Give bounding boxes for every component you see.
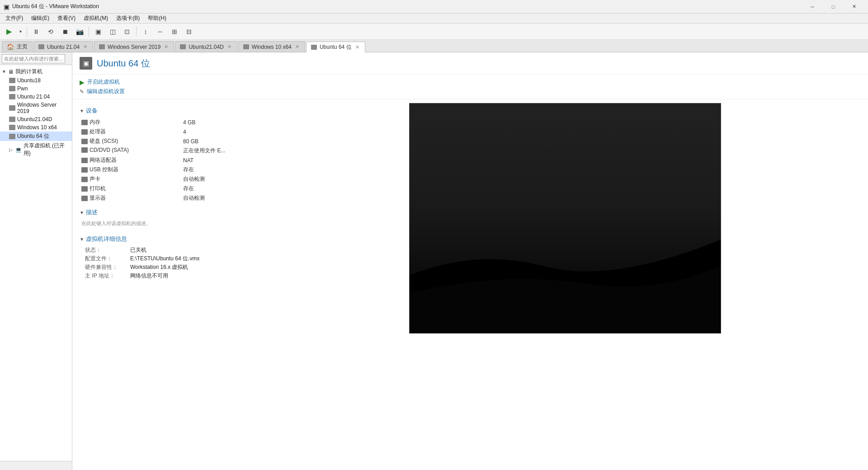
toolbar: ▶ ▾ ⏸ ⟲ ⏹ 📷 ▣ ◫ ⊡ ↕ ↔ ⊞ ⊟ bbox=[0, 24, 868, 40]
view-normal-button[interactable]: ▣ bbox=[92, 25, 104, 38]
device-row-network: 网络适配器NAT bbox=[80, 155, 255, 165]
tab-label-winserver2019: Windows Server 2019 bbox=[108, 44, 160, 50]
device-name-cell: 处理器 bbox=[80, 127, 143, 136]
sidebar-item-Windows-Server-2019[interactable]: Windows Server 2019 bbox=[0, 101, 72, 115]
tab-icon-win10x64 bbox=[243, 44, 249, 49]
close-button[interactable]: ✕ bbox=[844, 0, 864, 14]
menu-item-虚拟机m[interactable]: 虚拟机(M) bbox=[80, 14, 112, 23]
tab-icon-ubuntu2104d bbox=[180, 44, 186, 49]
device-name: 声卡 bbox=[90, 175, 100, 183]
search-input[interactable] bbox=[2, 54, 65, 63]
sidebar-item-Pwn[interactable]: Pwn bbox=[0, 85, 72, 93]
device-value-cell: NAT bbox=[181, 155, 255, 165]
device-name: 内存 bbox=[90, 118, 100, 126]
tab-home[interactable]: 🏠主页 bbox=[2, 41, 33, 52]
tab-close-win10x64[interactable]: ✕ bbox=[294, 44, 300, 50]
sidebar-item-shared[interactable]: ▷ 💻 共享虚拟机 (已开用) bbox=[0, 141, 72, 158]
minimize-button[interactable]: ─ bbox=[802, 0, 823, 14]
restart-button[interactable]: ⟲ bbox=[44, 25, 57, 38]
menu-item-帮助h[interactable]: 帮助(H) bbox=[144, 14, 170, 23]
device-row-printer: 打印机存在 bbox=[80, 184, 255, 193]
vm-info-section: ▼ 虚拟机详细信息 状态： 已关机 配置文件： E:\TESTU\Ubuntu … bbox=[80, 235, 255, 280]
sidebar-item-Ubuntu18[interactable]: Ubuntu18 bbox=[0, 76, 72, 85]
view-btn6[interactable]: ⊞ bbox=[168, 25, 181, 38]
shared-expand-icon: ▷ bbox=[9, 147, 14, 152]
sidebar-toolbar bbox=[0, 52, 72, 65]
view-full-button[interactable]: ⊡ bbox=[121, 25, 133, 38]
tab-close-ubuntu64[interactable]: ✕ bbox=[354, 44, 360, 50]
description-section-header[interactable]: ▼ 描述 bbox=[80, 208, 255, 216]
device-name-cell: 打印机 bbox=[80, 184, 143, 193]
suspend-button[interactable]: ⏸ bbox=[30, 25, 42, 38]
sidebar-item-Ubuntu21.04D[interactable]: Ubuntu21.04D bbox=[0, 115, 72, 123]
sidebar-item-Windows-10-x64[interactable]: Windows 10 x64 bbox=[0, 123, 72, 132]
title-bar-left: ▣ Ubuntu 64 位 - VMware Workstation bbox=[4, 3, 99, 10]
view-split-button[interactable]: ◫ bbox=[106, 25, 119, 38]
view-btn4[interactable]: ↕ bbox=[139, 25, 152, 38]
play-button[interactable]: ▶ bbox=[3, 25, 15, 38]
menu-item-文件f[interactable]: 文件(F) bbox=[2, 14, 27, 23]
view-btn5[interactable]: ↔ bbox=[154, 25, 166, 38]
tab-ubuntu2104[interactable]: Ubuntu 21.04✕ bbox=[33, 41, 93, 52]
tab-icon-home: 🏠 bbox=[7, 43, 14, 50]
content-area: ▣ Ubuntu 64 位 ▶ 开启此虚拟机 ✎ 编辑虚拟机设置 ▼ 设备 bbox=[72, 52, 868, 470]
tab-close-ubuntu2104[interactable]: ✕ bbox=[82, 44, 88, 50]
device-row-display: 显示器自动检测 bbox=[80, 193, 255, 203]
start-vm-link[interactable]: ▶ 开启此虚拟机 bbox=[80, 77, 861, 87]
vm-list-icon bbox=[9, 105, 15, 111]
disk-icon bbox=[81, 139, 88, 144]
edit-vm-label: 编辑虚拟机设置 bbox=[87, 88, 125, 95]
sidebar-item-label: Ubuntu18 bbox=[17, 77, 41, 84]
sidebar-item-Ubuntu-64-位[interactable]: Ubuntu 64 位 bbox=[0, 132, 72, 141]
tree-items-container: Ubuntu18PwnUbuntu 21.04Windows Server 20… bbox=[0, 76, 72, 141]
sidebar-item-Ubuntu-21.04[interactable]: Ubuntu 21.04 bbox=[0, 93, 72, 101]
device-name-cell: 硬盘 (SCSI) bbox=[80, 136, 143, 146]
device-name-cell: 显示器 bbox=[80, 193, 143, 203]
stop-button[interactable]: ⏹ bbox=[59, 25, 71, 38]
tab-win10x64[interactable]: Windows 10 x64✕ bbox=[238, 41, 305, 52]
tab-close-winserver2019[interactable]: ✕ bbox=[163, 44, 169, 50]
vminfo-section-header[interactable]: ▼ 虚拟机详细信息 bbox=[80, 235, 255, 243]
computer-icon: 🖥 bbox=[8, 69, 14, 75]
tab-winserver2019[interactable]: Windows Server 2019✕ bbox=[94, 41, 174, 52]
tree-root-my-computer[interactable]: ▼ 🖥 我的计算机 bbox=[0, 67, 72, 76]
vm-status-row: 状态： 已关机 bbox=[85, 246, 255, 254]
tab-label-win10x64: Windows 10 x64 bbox=[252, 44, 292, 50]
device-value-cell: 存在 bbox=[181, 165, 255, 174]
play-dropdown-button[interactable]: ▾ bbox=[17, 25, 24, 38]
menu-item-编辑e[interactable]: 编辑(E) bbox=[28, 14, 53, 23]
vm-preview[interactable] bbox=[409, 103, 721, 334]
sidebar-item-label: Ubuntu 64 位 bbox=[17, 132, 49, 140]
vminfo-collapse-icon: ▼ bbox=[80, 237, 84, 242]
edit-vm-link[interactable]: ✎ 编辑虚拟机设置 bbox=[80, 87, 861, 96]
tree-root-label: 我的计算机 bbox=[15, 68, 42, 75]
main-layout: ▼ 🖥 我的计算机 Ubuntu18PwnUbuntu 21.04Windows… bbox=[0, 52, 868, 470]
vm-ip-row: 主 IP 地址： 网络信息不可用 bbox=[85, 272, 255, 280]
maximize-button[interactable]: □ bbox=[823, 0, 844, 14]
menu-item-查看v[interactable]: 查看(V) bbox=[54, 14, 79, 23]
network-icon bbox=[81, 158, 88, 163]
device-row-cdrom: CD/DVD (SATA)正在使用文件 E... bbox=[80, 146, 255, 155]
tab-ubuntu64[interactable]: Ubuntu 64 位✕ bbox=[306, 42, 365, 52]
compat-value: Workstation 16.x 虚拟机 bbox=[130, 263, 188, 271]
tab-close-ubuntu2104d[interactable]: ✕ bbox=[226, 44, 232, 50]
device-value-cell: 80 GB bbox=[181, 136, 255, 146]
tab-label-ubuntu2104: Ubuntu 21.04 bbox=[47, 44, 80, 50]
device-row-disk: 硬盘 (SCSI)80 GB bbox=[80, 136, 255, 146]
vm-icon: ▣ bbox=[80, 57, 92, 70]
tab-icon-ubuntu64 bbox=[311, 45, 317, 50]
menu-item-选项卡b[interactable]: 选项卡(B) bbox=[113, 14, 143, 23]
usb-icon bbox=[81, 167, 88, 173]
view-btn7[interactable]: ⊟ bbox=[183, 25, 195, 38]
tab-icon-winserver2019 bbox=[99, 44, 105, 49]
play-icon: ▶ bbox=[80, 79, 85, 86]
snapshot-button[interactable]: 📷 bbox=[73, 25, 86, 38]
vm-compat-row: 硬件兼容性： Workstation 16.x 虚拟机 bbox=[85, 263, 255, 272]
config-value: E:\TESTU\Ubuntu 64 位.vmx bbox=[130, 255, 199, 263]
tab-ubuntu2104d[interactable]: Ubuntu21.04D✕ bbox=[175, 41, 237, 52]
tab-icon-ubuntu2104 bbox=[38, 44, 44, 49]
cpu-icon bbox=[81, 129, 88, 135]
device-name: 硬盘 (SCSI) bbox=[90, 137, 118, 145]
devices-section-header[interactable]: ▼ 设备 bbox=[80, 107, 255, 115]
device-name: 处理器 bbox=[90, 128, 106, 136]
